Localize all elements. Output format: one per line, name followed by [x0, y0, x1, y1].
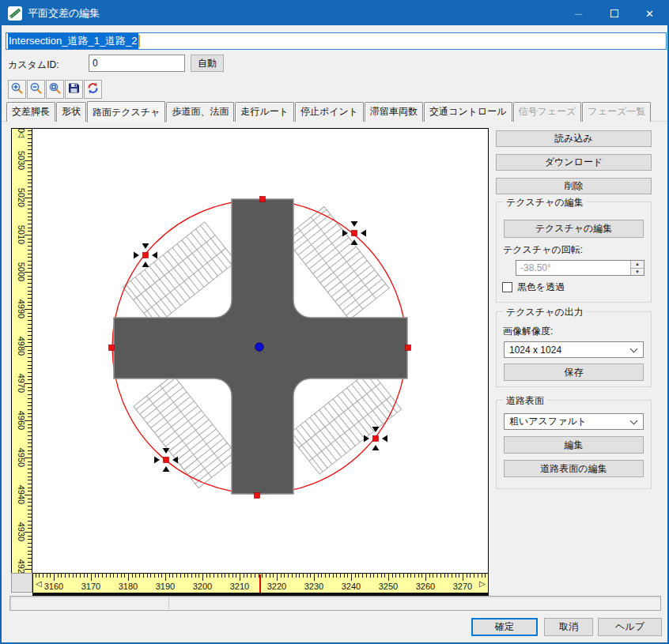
handle-square[interactable] [109, 345, 115, 351]
h-ruler-tick [329, 574, 330, 578]
edge-handle[interactable] [406, 345, 411, 351]
ok-button[interactable]: 確定 [471, 618, 538, 636]
v-ruler-tick [28, 350, 32, 351]
edge-handle[interactable] [260, 197, 266, 202]
arrow-up-icon [372, 445, 380, 450]
auto-button[interactable]: 自動 [191, 55, 224, 72]
h-ruler-tick [296, 574, 297, 578]
maximize-button[interactable] [596, 2, 632, 25]
refresh-button[interactable] [84, 80, 102, 99]
edge-handle[interactable] [109, 345, 115, 351]
tab-路面テクスチャ[interactable]: 路面テクスチャ [87, 101, 165, 122]
tab-歩道面、法面[interactable]: 歩道面、法面 [166, 102, 234, 122]
spinner-buttons[interactable]: ▲ ▼ [630, 261, 644, 275]
ruler-position-marker [259, 574, 261, 593]
v-ruler-tick [28, 558, 32, 559]
h-ruler-tick [76, 574, 77, 578]
handle-square[interactable] [143, 253, 149, 258]
h-ruler-tick [117, 574, 118, 578]
handle-square[interactable] [260, 197, 266, 202]
v-ruler-tick [28, 469, 32, 469]
tab-形状[interactable]: 形状 [56, 102, 86, 122]
v-ruler-tick [28, 409, 32, 410]
h-ruler-tick [307, 574, 308, 578]
center-point[interactable] [255, 343, 263, 351]
cancel-button[interactable]: 取消 [544, 618, 593, 636]
handle-square[interactable] [352, 231, 357, 236]
h-ruler-tick [358, 574, 359, 578]
custom-id-input[interactable]: 0 [89, 55, 185, 72]
h-ruler-tick [440, 574, 441, 578]
save-button[interactable]: 保存 [504, 363, 644, 381]
h-ruler-tick [325, 574, 326, 578]
handle-square[interactable] [373, 436, 379, 442]
spin-down-icon[interactable]: ▼ [631, 269, 644, 276]
h-ruler-tick [61, 574, 62, 578]
v-ruler-tick [28, 217, 32, 217]
zoom-out-button[interactable] [27, 80, 45, 99]
spin-up-icon[interactable]: ▲ [631, 261, 644, 269]
download-button[interactable]: ダウンロード [496, 154, 652, 171]
v-ruler-tick [28, 521, 32, 522]
v-ruler-tick [28, 365, 32, 366]
h-ruler-tick [303, 574, 304, 578]
v-ruler-tick [28, 320, 32, 321]
edge-handle[interactable] [255, 493, 260, 499]
texture-rotation-spinner[interactable]: -38.50° ▲ ▼ [516, 260, 644, 276]
delete-button[interactable]: 削除 [496, 178, 652, 194]
v-ruler-tick [28, 446, 32, 447]
transparent-black-checkbox[interactable] [502, 282, 512, 292]
texture-edit-button[interactable]: テクスチャの編集 [504, 220, 644, 238]
load-button[interactable]: 読み込み [496, 130, 652, 147]
v-ruler-tick [28, 194, 32, 194]
tab-停止ポイント[interactable]: 停止ポイント [295, 102, 364, 122]
h-ruler-tick [381, 574, 382, 578]
intersection-name-input[interactable]: Intersection_道路_1_道路_2 [6, 32, 667, 50]
tab-走行ルート[interactable]: 走行ルート [235, 102, 294, 122]
intersection-drawing[interactable] [32, 129, 488, 573]
v-ruler-tick [28, 305, 32, 306]
help-button[interactable]: ヘルプ [598, 618, 662, 636]
v-ruler-tick [28, 427, 32, 428]
h-ruler-tick [69, 574, 70, 578]
vertical-ruler: 5040503050205010500049904980497049604950… [11, 128, 32, 593]
h-ruler-tick [247, 574, 248, 578]
v-ruler-tick [28, 291, 32, 292]
v-ruler-tick [28, 149, 32, 150]
h-ruler-label: 3180 [114, 582, 142, 591]
close-button[interactable]: ✕ [632, 2, 667, 25]
v-ruler-tick [28, 372, 32, 373]
intersection-canvas[interactable] [32, 128, 489, 573]
v-ruler-tick [28, 168, 32, 168]
ruler-arrow-left-icon[interactable]: ◁ [36, 580, 42, 588]
v-ruler-tick [25, 198, 32, 198]
tab-交通コントロール[interactable]: 交通コントロール [424, 102, 512, 122]
road-surface-select[interactable]: 粗いアスファルト [504, 413, 644, 430]
tab-交差脚長[interactable]: 交差脚長 [6, 102, 55, 122]
ruler-arrow-right-icon[interactable]: ▷ [479, 580, 486, 588]
v-ruler-tick [25, 495, 32, 495]
zoom-region-button[interactable] [46, 80, 64, 99]
h-ruler-tick [444, 574, 445, 578]
transparent-black-checkbox-row[interactable]: 黒色を透過 [502, 281, 565, 294]
v-ruler-tick [28, 313, 32, 314]
edit-button[interactable]: 編集 [504, 436, 644, 454]
handle-square[interactable] [255, 493, 260, 499]
v-ruler-tick [25, 346, 32, 347]
save-button[interactable] [65, 80, 83, 99]
road-surface-edit-button[interactable]: 道路表面の編集 [504, 460, 644, 477]
v-ruler-tick [28, 473, 32, 473]
h-ruler-label: 3220 [263, 582, 291, 591]
v-ruler-tick [28, 488, 32, 488]
v-ruler-tick [28, 279, 32, 280]
v-ruler-tick [28, 506, 32, 507]
tab-フェーズ一覧: フェーズ一覧 [582, 102, 651, 122]
ruler-arrow-up-icon[interactable]: △ [18, 130, 25, 138]
handle-square[interactable] [406, 345, 411, 351]
handle-square[interactable] [164, 458, 169, 463]
resolution-select[interactable]: 1024 x 1024 [504, 341, 644, 358]
v-ruler-tick [28, 480, 32, 480]
zoom-in-button[interactable] [8, 80, 26, 99]
tab-滞留車両数[interactable]: 滞留車両数 [365, 102, 423, 122]
h-ruler-tick [98, 574, 99, 578]
